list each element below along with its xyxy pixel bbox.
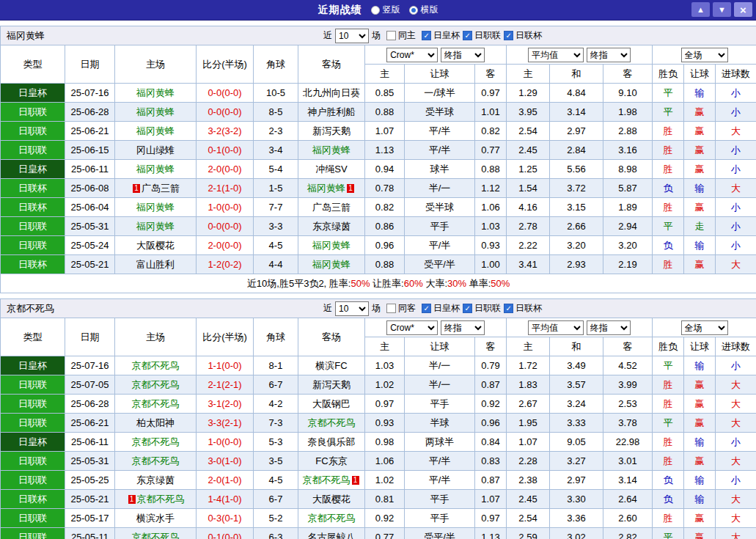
euro-draw-odds: 3.14 [550, 103, 603, 122]
cup-filter[interactable]: ✓日职联 [463, 29, 501, 42]
team-label: 北九州向日葵 [303, 87, 360, 98]
recent-count-select[interactable]: 10 [335, 29, 369, 43]
match-date: 25-07-16 [65, 84, 115, 103]
results-table: 京都不死鸟 近 10 场 同客 [0, 298, 756, 539]
asian-handicap-line: 受平/半 [405, 255, 475, 274]
checkbox-unchecked-icon[interactable] [386, 304, 396, 313]
match-type: 日皇杯 [1, 160, 65, 179]
goals-outcome-cell: 大 [716, 375, 756, 395]
euro-home-odds: 2.45 [507, 141, 550, 160]
same-venue-filter[interactable]: 同客 [386, 302, 416, 315]
match-type: 日职联 [1, 375, 65, 395]
asian-handicap-line: 平/半 [405, 236, 475, 255]
filter-controls: 近 10 场 同主 ✓日皇杯✓日职联✓日联杯 [323, 29, 542, 43]
team-label: 京都不死鸟 [308, 513, 356, 524]
cup-filter[interactable]: ✓日联杯 [504, 302, 542, 315]
checkbox-checked-icon[interactable]: ✓ [422, 304, 431, 313]
close-button[interactable]: × [734, 2, 752, 17]
home-team-cell: 福冈黄蜂 [115, 122, 197, 141]
cup-filters: ✓日皇杯✓日职联✓日联杯 [419, 29, 542, 42]
scope-header: 全场 [653, 45, 756, 65]
team-label: 京都不死鸟 [132, 436, 180, 447]
sub-col-ah-home: 主 [365, 65, 405, 84]
red-card-badge: 1 [352, 476, 359, 485]
team-label: 名古屋鲸八 [308, 532, 356, 539]
away-team-cell: 横滨FC [298, 356, 365, 375]
cup-filter-label: 日职联 [474, 29, 501, 42]
match-row: 日皇杯25-06-11京都不死鸟1-0(0-0)5-3奈良俱乐部0.98两球半0… [1, 433, 756, 452]
match-row: 日职联25-05-31福冈黄蜂0-0(0-0)3-3东京绿茵0.86平手1.03… [1, 217, 756, 236]
score-cell: 1-4(1-0) [197, 490, 254, 509]
match-type: 日职联 [1, 471, 65, 490]
score-cell: 2-1(1-0) [197, 179, 254, 198]
handicap-outcome-cell: 赢 [684, 528, 716, 539]
euro-draw-odds: 3.27 [550, 452, 603, 471]
checkbox-checked-icon[interactable]: ✓ [463, 31, 472, 40]
euro-home-odds: 1.54 [507, 179, 550, 198]
handicap-outcome-cell: 赢 [684, 414, 716, 433]
outcome-cell: 平 [653, 356, 684, 375]
match-type: 日职联 [1, 236, 65, 255]
match-date: 25-06-04 [65, 198, 115, 217]
euro-home-odds: 1.25 [507, 160, 550, 179]
summary: 近10场,胜5平3负2, 胜率:50% 让胜率:60% 大率:30% 单率:50… [1, 274, 756, 293]
home-team-cell: 福冈黄蜂 [115, 198, 197, 217]
asian-bookmaker-select[interactable]: Crow* [386, 320, 438, 335]
match-row: 日皇杯25-07-16福冈黄蜂0-0(0-0)10-5北九州向日葵0.85一/球… [1, 84, 756, 103]
asian-away-odds: 0.97 [475, 84, 507, 103]
cup-filter[interactable]: ✓日职联 [463, 302, 501, 315]
asian-handicap-line: 受平/半 [405, 528, 475, 539]
euro-bookmaker-select[interactable]: 平均值 [528, 320, 584, 335]
column-header-row-1: 类型 日期 主场 比分(半场) 角球 客场 Crow* 终指 平均值 终指 [1, 45, 756, 65]
checkbox-checked-icon[interactable]: ✓ [463, 304, 472, 313]
match-date: 25-07-05 [65, 375, 115, 395]
radio-selected-icon[interactable] [409, 6, 418, 15]
match-type: 日职联 [1, 528, 65, 539]
euro-away-odds: 2.64 [603, 490, 653, 509]
scope-select[interactable]: 全场 [681, 320, 728, 335]
team-label: 广岛三箭 [312, 202, 351, 213]
euro-bookmaker-select[interactable]: 平均值 [528, 48, 584, 62]
layout-option-vertical[interactable]: 竖版 [371, 4, 400, 16]
checkbox-checked-icon[interactable]: ✓ [504, 31, 513, 40]
euro-home-odds: 2.67 [507, 395, 550, 414]
euro-away-odds: 1.98 [603, 103, 653, 122]
scope-select[interactable]: 全场 [681, 48, 728, 62]
asian-home-odds: 1.13 [365, 141, 405, 160]
asian-odds-type-select[interactable]: 终指 [441, 48, 485, 62]
move-down-button[interactable]: ▼ [713, 2, 731, 17]
home-team-cell: 京都不死鸟 [115, 395, 197, 414]
summary-segment: 大率: [423, 278, 447, 289]
recent-count-select[interactable]: 10 [335, 301, 369, 316]
checkbox-unchecked-icon[interactable] [386, 31, 396, 40]
euro-odds-type-select[interactable]: 终指 [587, 48, 631, 62]
checkbox-checked-icon[interactable]: ✓ [422, 31, 431, 40]
match-date: 25-05-17 [65, 509, 115, 528]
same-venue-filter[interactable]: 同主 [386, 29, 416, 42]
summary-segment: 近10场,胜5平3负2, 胜率: [247, 278, 351, 289]
asian-bookmaker-select[interactable]: Crow* [386, 48, 438, 62]
euro-odds-type-select[interactable]: 终指 [587, 320, 631, 335]
cup-filter[interactable]: ✓日皇杯 [422, 29, 460, 42]
away-team-cell: 广岛三箭 [298, 198, 365, 217]
away-team-cell: 奈良俱乐部 [298, 433, 365, 452]
move-up-button[interactable]: ▲ [691, 2, 710, 17]
euro-draw-odds: 2.66 [550, 217, 603, 236]
team-label: 京都不死鸟 [137, 494, 185, 505]
cup-filter[interactable]: ✓日联杯 [504, 29, 542, 42]
score-cell: 3-3(2-1) [197, 414, 254, 433]
euro-draw-odds: 5.56 [550, 160, 603, 179]
asian-odds-type-select[interactable]: 终指 [441, 320, 485, 335]
checkbox-checked-icon[interactable]: ✓ [504, 304, 513, 313]
euro-home-odds: 2.22 [507, 236, 550, 255]
cup-filter[interactable]: ✓日皇杯 [422, 302, 460, 315]
goals-outcome-cell: 小 [716, 217, 756, 236]
layout-option-horizontal[interactable]: 横版 [409, 4, 438, 16]
corners-cell: 5-4 [254, 160, 298, 179]
radio-unselected-icon[interactable] [371, 6, 380, 15]
col-header-home: 主场 [115, 45, 197, 84]
team-label: 福冈黄蜂 [312, 144, 351, 155]
team-label: 福冈黄蜂 [136, 125, 175, 136]
team-label: 福冈黄蜂 [307, 183, 345, 194]
page-title: 近期战绩 [318, 4, 362, 17]
